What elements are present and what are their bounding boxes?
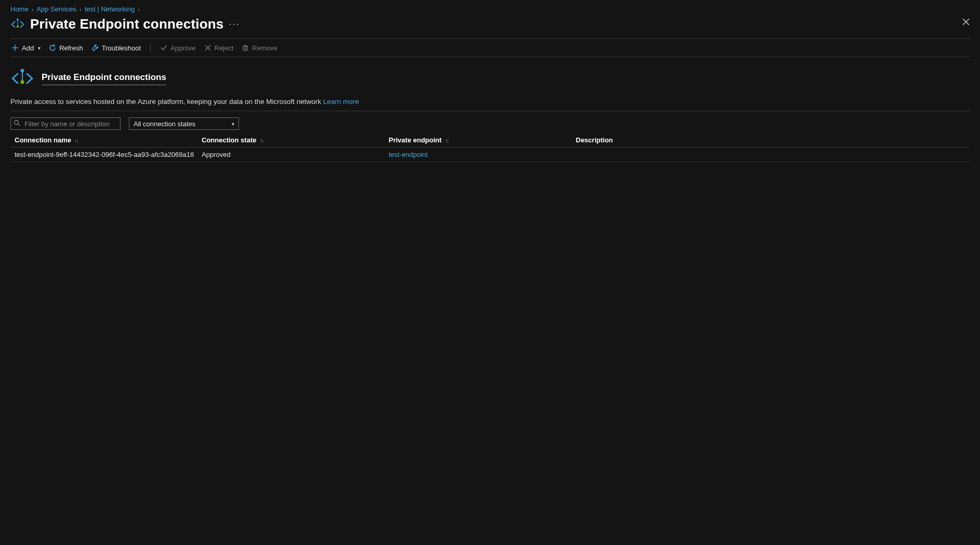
connections-table: Connection name ↑↓ Connection state ↑↓ P… [10, 133, 970, 162]
add-button[interactable]: Add ▾ [11, 44, 41, 52]
refresh-button[interactable]: Refresh [49, 44, 83, 52]
sort-icon: ↑↓ [445, 137, 448, 143]
col-description-label: Description [576, 136, 613, 144]
section-header: Private Endpoint connections [10, 67, 970, 90]
chevron-right-icon: › [80, 6, 82, 12]
breadcrumb-networking[interactable]: test | Networking [85, 5, 135, 13]
troubleshoot-button[interactable]: Troubleshoot [91, 44, 141, 52]
private-endpoint-icon [10, 67, 34, 90]
col-connection-name-label: Connection name [15, 136, 71, 144]
page-title: Private Endpoint connections [30, 16, 224, 32]
table-header: Connection name ↑↓ Connection state ↑↓ P… [10, 133, 970, 148]
chevron-right-icon: › [32, 6, 34, 12]
close-button[interactable] [962, 18, 970, 27]
remove-button: Remove [242, 44, 277, 52]
more-menu-button[interactable]: ··· [229, 19, 240, 30]
col-connection-name[interactable]: Connection name ↑↓ [15, 136, 202, 144]
sort-icon: ↑↓ [74, 137, 78, 143]
svg-point-17 [15, 121, 19, 125]
svg-point-1 [17, 18, 19, 20]
trash-icon [242, 44, 249, 51]
breadcrumb: Home › App Services › test | Networking … [10, 5, 970, 13]
check-icon [160, 44, 167, 51]
refresh-label: Refresh [59, 44, 83, 52]
filter-row: All connection states ▾ [10, 117, 970, 130]
sort-icon: ↑↓ [259, 137, 263, 143]
x-icon [204, 44, 211, 51]
filter-input[interactable] [10, 117, 121, 130]
state-filter-dropdown[interactable]: All connection states ▾ [129, 117, 239, 130]
cell-connection-name: test-endpoint-9eff-14432342-096f-4ec5-aa… [15, 151, 202, 158]
title-bar: Private Endpoint connections ··· [10, 16, 970, 32]
toolbar-separator [150, 43, 151, 52]
breadcrumb-home[interactable]: Home [10, 5, 29, 13]
col-description[interactable]: Description [576, 136, 965, 144]
learn-more-link[interactable]: Learn more [323, 98, 359, 105]
cell-private-endpoint-link[interactable]: test-endpoint [389, 151, 576, 158]
reject-label: Reject [215, 44, 234, 52]
remove-label: Remove [252, 44, 277, 52]
search-wrapper [10, 117, 121, 130]
reject-button: Reject [204, 44, 234, 52]
col-private-endpoint[interactable]: Private endpoint ↑↓ [389, 136, 576, 144]
approve-label: Approve [170, 44, 195, 52]
chevron-right-icon: › [138, 6, 140, 12]
troubleshoot-label: Troubleshoot [102, 44, 141, 52]
svg-line-18 [18, 124, 20, 126]
add-label: Add [22, 44, 34, 52]
chevron-down-icon: ▾ [38, 45, 41, 51]
plus-icon [11, 44, 19, 51]
svg-point-2 [17, 25, 19, 28]
section-description-text: Private access to services hosted on the… [10, 98, 323, 105]
private-endpoint-icon [10, 17, 25, 32]
svg-rect-9 [243, 46, 247, 50]
search-icon [14, 119, 20, 128]
approve-button: Approve [160, 44, 195, 52]
state-filter-selected: All connection states [134, 120, 195, 128]
section-title: Private Endpoint connections [42, 72, 166, 85]
refresh-icon [49, 44, 56, 51]
table-row[interactable]: test-endpoint-9eff-14432342-096f-4ec5-aa… [10, 148, 970, 162]
breadcrumb-app-services[interactable]: App Services [36, 5, 76, 13]
col-connection-state-label: Connection state [202, 136, 256, 144]
section-description: Private access to services hosted on the… [10, 98, 970, 111]
svg-point-16 [21, 81, 24, 84]
toolbar: Add ▾ Refresh Troubleshoot Approve [10, 38, 970, 57]
svg-point-15 [21, 69, 24, 73]
cell-connection-state: Approved [202, 151, 389, 158]
col-private-endpoint-label: Private endpoint [389, 136, 442, 144]
col-connection-state[interactable]: Connection state ↑↓ [202, 136, 389, 144]
wrench-icon [91, 44, 99, 51]
chevron-down-icon: ▾ [232, 121, 234, 127]
